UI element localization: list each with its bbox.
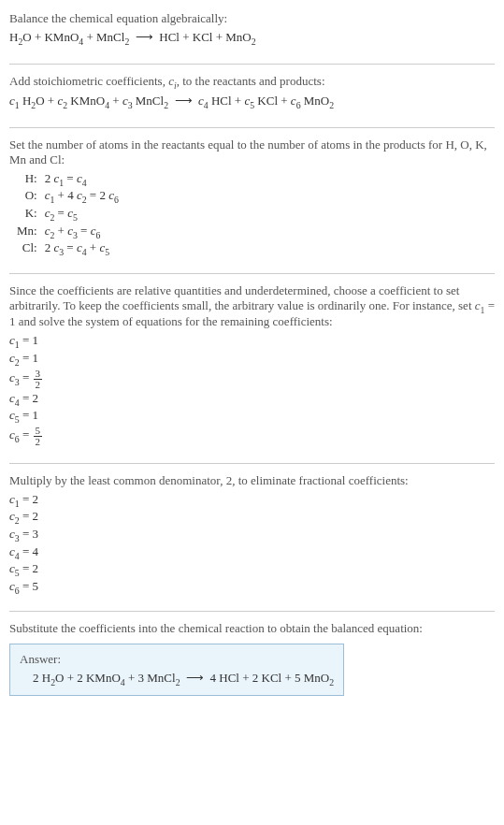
list-item: c4 = 2 bbox=[9, 391, 495, 408]
step-atom-balance: Set the number of atoms in the reactants… bbox=[9, 134, 495, 268]
instruction-text: Substitute the coefficients into the che… bbox=[9, 621, 495, 636]
table-row: K: c2 = c5 bbox=[13, 206, 122, 224]
step-solve-coefficients: Since the coefficients are relative quan… bbox=[9, 280, 495, 457]
divider bbox=[9, 64, 495, 65]
table-row: O: c1 + 4 c2 = 2 c6 bbox=[13, 188, 122, 206]
answer-label: Answer: bbox=[20, 652, 334, 667]
list-item: c4 = 4 bbox=[9, 544, 495, 561]
list-item: c3 = 3 bbox=[9, 527, 495, 543]
divider bbox=[9, 611, 495, 612]
list-item: c1 = 1 bbox=[9, 333, 495, 350]
instruction-text: Set the number of atoms in the reactants… bbox=[9, 138, 495, 167]
list-item: c5 = 2 bbox=[9, 561, 495, 578]
divider bbox=[9, 463, 495, 464]
instruction-text: Balance the chemical equation algebraica… bbox=[9, 11, 495, 26]
coefficient-equation: c1 H2O + c2 KMnO4 + c3 MnCl2 ⟶ c4 HCl + … bbox=[9, 94, 495, 110]
atom-label: K: bbox=[13, 206, 41, 224]
table-row: H: 2 c1 = c4 bbox=[13, 171, 122, 189]
instruction-text: Multiply by the least common denominator… bbox=[9, 473, 495, 488]
table-row: Mn: c2 + c3 = c6 bbox=[13, 224, 122, 241]
atom-label: Mn: bbox=[13, 224, 41, 241]
step-add-coefficients: Add stoichiometric coefficients, ci, to … bbox=[9, 70, 495, 122]
atom-equation: c1 + 4 c2 = 2 c6 bbox=[41, 188, 122, 206]
balanced-equation: 2 H2O + 2 KMnO4 + 3 MnCl2 ⟶ 4 HCl + 2 KC… bbox=[20, 671, 334, 688]
divider bbox=[9, 273, 495, 274]
list-item: c6 = 52 bbox=[9, 426, 495, 447]
step-balance-intro: Balance the chemical equation algebraica… bbox=[9, 7, 495, 58]
list-item: c6 = 5 bbox=[9, 579, 495, 596]
unbalanced-equation: H2O + KMnO4 + MnCl2 ⟶ HCl + KCl + MnO2 bbox=[9, 30, 495, 47]
atom-label: Cl: bbox=[13, 240, 41, 258]
list-item: c3 = 32 bbox=[9, 369, 495, 390]
step-substitute: Substitute the coefficients into the che… bbox=[9, 617, 495, 705]
instruction-text: Add stoichiometric coefficients, ci, to … bbox=[9, 74, 495, 91]
list-item: c1 = 2 bbox=[9, 492, 495, 509]
atom-equation: 2 c3 = c4 + c5 bbox=[41, 240, 122, 258]
atom-label: O: bbox=[13, 188, 41, 206]
list-item: c5 = 1 bbox=[9, 408, 495, 425]
atom-label: H: bbox=[13, 171, 41, 189]
step-multiply-lcd: Multiply by the least common denominator… bbox=[9, 470, 495, 606]
coefficient-list: c1 = 2 c2 = 2 c3 = 3 c4 = 4 c5 = 2 c6 = … bbox=[9, 492, 495, 596]
table-row: Cl: 2 c3 = c4 + c5 bbox=[13, 240, 122, 258]
divider bbox=[9, 127, 495, 128]
coefficient-list: c1 = 1 c2 = 1 c3 = 32 c4 = 2 c5 = 1 c6 =… bbox=[9, 333, 495, 446]
list-item: c2 = 1 bbox=[9, 351, 495, 368]
answer-box: Answer: 2 H2O + 2 KMnO4 + 3 MnCl2 ⟶ 4 HC… bbox=[9, 644, 344, 696]
instruction-text: Since the coefficients are relative quan… bbox=[9, 283, 495, 330]
atom-equation: c2 + c3 = c6 bbox=[41, 224, 122, 241]
atom-equation: c2 = c5 bbox=[41, 206, 122, 224]
list-item: c2 = 2 bbox=[9, 509, 495, 526]
atom-equation: 2 c1 = c4 bbox=[41, 171, 122, 189]
atom-balance-table: H: 2 c1 = c4 O: c1 + 4 c2 = 2 c6 K: c2 =… bbox=[13, 171, 122, 258]
